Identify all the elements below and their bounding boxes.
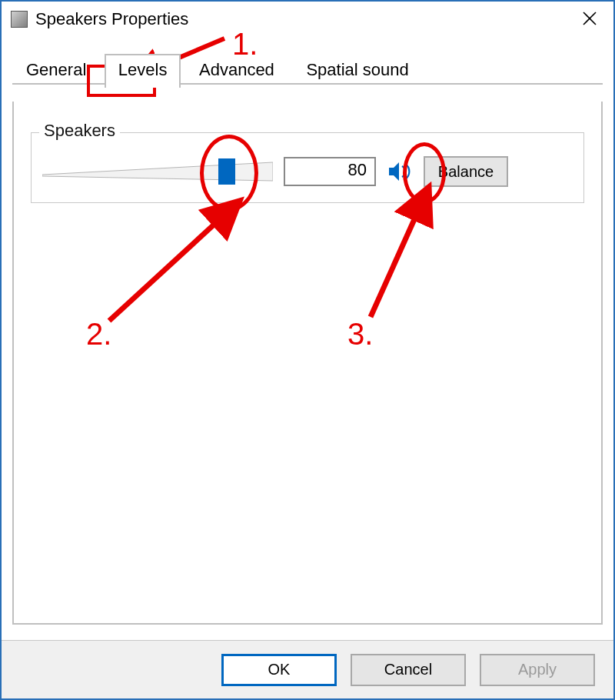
titlebar: Speakers Properties: [2, 2, 613, 37]
speaker-on-icon: [388, 162, 411, 182]
ok-button[interactable]: OK: [221, 654, 337, 686]
slider-track-icon: [42, 159, 273, 184]
apply-button[interactable]: Apply: [480, 654, 595, 686]
balance-button[interactable]: Balance: [424, 156, 508, 187]
speaker-device-icon: [11, 11, 28, 28]
group-speakers-title: Speakers: [39, 121, 120, 141]
dialog-button-bar: OK Cancel Apply: [2, 640, 613, 698]
group-speakers: Speakers 80 Balance: [31, 132, 584, 203]
tab-spatial-sound[interactable]: Spatial sound: [292, 54, 422, 86]
tab-page-levels: Speakers 80 Balance: [12, 102, 603, 625]
svg-marker-3: [389, 162, 399, 181]
tab-strip: General Levels Advanced Spatial sound: [2, 54, 613, 85]
svg-marker-2: [42, 162, 273, 181]
tab-levels[interactable]: Levels: [105, 54, 181, 88]
volume-slider-thumb[interactable]: [218, 158, 235, 185]
volume-value-field[interactable]: 80: [284, 157, 376, 186]
tab-advanced[interactable]: Advanced: [185, 54, 288, 86]
close-button[interactable]: [572, 2, 607, 37]
close-icon: [582, 11, 597, 26]
window-title: Speakers Properties: [35, 9, 188, 29]
mute-button[interactable]: [387, 158, 413, 185]
tab-general[interactable]: General: [12, 54, 100, 86]
cancel-button[interactable]: Cancel: [351, 654, 466, 686]
volume-slider[interactable]: [42, 156, 273, 187]
